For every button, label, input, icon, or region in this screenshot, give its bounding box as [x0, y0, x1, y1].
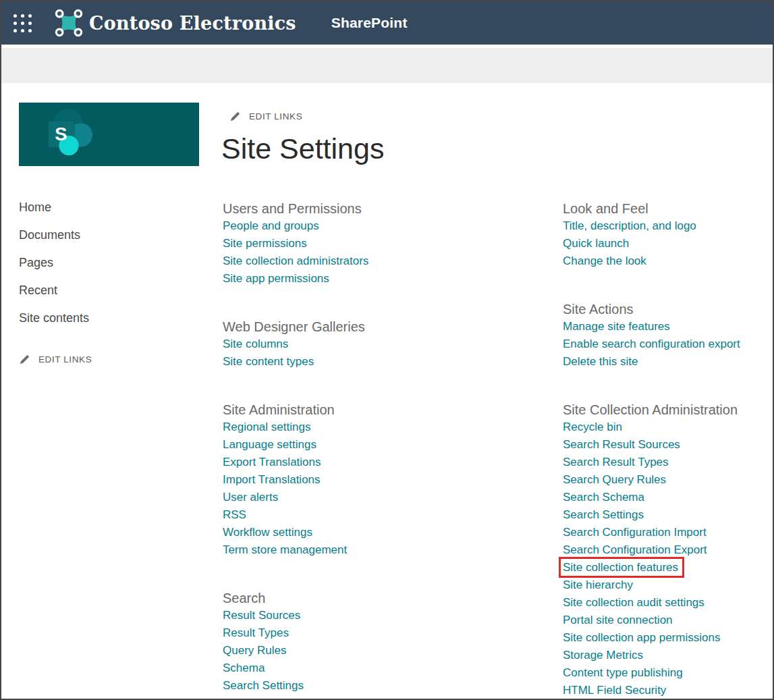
page-edit-links[interactable]: EDIT LINKS	[229, 109, 773, 124]
site-logo[interactable]: S	[19, 103, 199, 166]
settings-link-export-translations[interactable]: Export Translations	[223, 456, 321, 468]
settings-link-site-collection-app-permissions[interactable]: Site collection app permissions	[563, 631, 720, 644]
settings-link-row: Site app permissions	[223, 270, 563, 288]
sidebar-edit-links[interactable]: EDIT LINKS	[19, 346, 223, 373]
settings-link-change-the-look[interactable]: Change the look	[563, 254, 646, 267]
sidebar-item-recent[interactable]: Recent	[19, 277, 223, 304]
settings-link-row: Search Schema	[563, 489, 773, 506]
settings-link-row: Search Query Rules	[563, 471, 773, 489]
settings-link-search-query-rules[interactable]: Search Query Rules	[563, 473, 666, 486]
settings-link-result-types[interactable]: Result Types	[223, 626, 289, 639]
quick-launch-sidebar: S HomeDocumentsPagesRecentSite contents …	[1, 83, 223, 699]
sharepoint-site-icon: S	[43, 108, 96, 161]
settings-link-storage-metrics[interactable]: Storage Metrics	[563, 649, 643, 662]
sidebar-item-pages[interactable]: Pages	[19, 249, 223, 277]
settings-link-row: Search Settings	[563, 506, 773, 524]
settings-link-schema[interactable]: Schema	[223, 662, 265, 674]
settings-link-regional-settings[interactable]: Regional settings	[223, 421, 310, 433]
settings-column-left: Users and PermissionsPeople and groupsSi…	[223, 200, 563, 699]
settings-link-enable-search-configuration-export[interactable]: Enable search configuration export	[563, 338, 740, 350]
contoso-logo[interactable]: Contoso Electronics	[55, 9, 296, 37]
section-links: People and groupsSite permissionsSite co…	[223, 217, 563, 288]
section-links: Recycle binSearch Result SourcesSearch R…	[563, 419, 773, 699]
section-look-and-feel: Look and FeelTitle, description, and log…	[563, 200, 773, 270]
settings-link-search-result-types[interactable]: Search Result Types	[563, 456, 669, 468]
section-heading: Site Actions	[563, 300, 773, 318]
settings-link-site-app-permissions[interactable]: Site app permissions	[223, 272, 329, 285]
settings-link-search-settings[interactable]: Search Settings	[563, 508, 644, 521]
brand-name: Contoso Electronics	[89, 13, 296, 34]
settings-link-row: HTML Field Security	[563, 682, 773, 699]
sidebar-item-site-contents[interactable]: Site contents	[19, 304, 223, 332]
settings-link-title-description-and-logo[interactable]: Title, description, and logo	[563, 219, 696, 232]
settings-link-language-settings[interactable]: Language settings	[223, 438, 316, 451]
settings-link-row: Storage Metrics	[563, 647, 773, 664]
settings-link-site-content-types[interactable]: Site content types	[223, 355, 314, 368]
settings-link-import-translations[interactable]: Import Translations	[223, 473, 321, 486]
settings-link-row: Manage site features	[563, 318, 773, 335]
sidebar-item-home[interactable]: Home	[19, 194, 223, 221]
settings-link-site-hierarchy[interactable]: Site hierarchy	[563, 578, 633, 591]
settings-link-search-settings[interactable]: Search Settings	[223, 679, 304, 692]
settings-link-quick-launch[interactable]: Quick launch	[563, 237, 629, 250]
pencil-icon	[19, 354, 30, 365]
settings-link-search-result-sources[interactable]: Search Result Sources	[563, 438, 680, 451]
settings-link-site-collection-administrators[interactable]: Site collection administrators	[223, 254, 368, 267]
section-users-and-permissions: Users and PermissionsPeople and groupsSi…	[223, 200, 563, 288]
settings-link-row: Site collection administrators	[223, 252, 563, 270]
settings-link-site-columns[interactable]: Site columns	[223, 338, 288, 350]
app-launcher-waffle-icon[interactable]	[13, 14, 32, 32]
section-heading: Web Designer Galleries	[223, 318, 563, 335]
section-heading: Search	[223, 589, 563, 607]
section-links: Regional settingsLanguage settingsExport…	[223, 419, 563, 559]
section-links: Site columnsSite content types	[223, 335, 563, 371]
settings-link-row: Result Sources	[223, 607, 563, 624]
section-search: SearchResult SourcesResult TypesQuery Ru…	[223, 589, 563, 695]
settings-link-row: Workflow settings	[223, 524, 563, 541]
settings-link-row: Site hierarchy	[563, 576, 773, 594]
settings-link-rss[interactable]: RSS	[223, 508, 246, 521]
settings-link-row: Schema	[223, 659, 563, 677]
settings-link-row: User alerts	[223, 489, 563, 506]
settings-link-recycle-bin[interactable]: Recycle bin	[563, 421, 622, 433]
settings-link-site-collection-audit-settings[interactable]: Site collection audit settings	[563, 596, 704, 609]
settings-link-row: Import Translations	[223, 471, 563, 489]
settings-link-search-configuration-export[interactable]: Search Configuration Export	[563, 543, 707, 556]
settings-link-term-store-management[interactable]: Term store management	[223, 543, 347, 556]
section-site-collection-administration: Site Collection AdministrationRecycle bi…	[563, 401, 773, 699]
settings-link-delete-this-site[interactable]: Delete this site	[563, 355, 638, 368]
settings-columns: Users and PermissionsPeople and groupsSi…	[223, 200, 773, 699]
section-links: Manage site featuresEnable search config…	[563, 318, 773, 371]
section-links: Result SourcesResult TypesQuery RulesSch…	[223, 607, 563, 695]
settings-link-manage-site-features[interactable]: Manage site features	[563, 320, 670, 333]
settings-link-row: Content type publishing	[563, 664, 773, 682]
section-heading: Site Administration	[223, 401, 563, 419]
command-bar-band	[1, 48, 773, 83]
settings-link-row: Site permissions	[223, 235, 563, 252]
site-settings-main: EDIT LINKS Site Settings Users and Permi…	[223, 83, 773, 699]
edit-links-label: EDIT LINKS	[38, 354, 92, 365]
settings-link-row: Quick launch	[563, 235, 773, 252]
settings-link-site-collection-features-highlighted[interactable]: Site collection features	[559, 557, 684, 578]
section-links: Title, description, and logoQuick launch…	[563, 217, 773, 270]
settings-link-workflow-settings[interactable]: Workflow settings	[223, 526, 312, 539]
settings-link-html-field-security[interactable]: HTML Field Security	[563, 684, 666, 697]
sharepoint-home-link[interactable]: SharePoint	[331, 15, 408, 31]
sidebar-item-documents[interactable]: Documents	[19, 221, 223, 249]
settings-link-content-type-publishing[interactable]: Content type publishing	[563, 666, 683, 679]
settings-link-search-schema[interactable]: Search Schema	[563, 491, 644, 504]
settings-link-row: Delete this site	[563, 353, 773, 371]
settings-link-result-sources[interactable]: Result Sources	[223, 609, 300, 622]
section-heading: Site Collection Administration	[563, 401, 773, 419]
settings-link-row: Search Configuration Import	[563, 524, 773, 541]
settings-link-site-permissions[interactable]: Site permissions	[223, 237, 307, 250]
settings-link-portal-site-connection[interactable]: Portal site connection	[563, 614, 673, 626]
settings-link-people-and-groups[interactable]: People and groups	[223, 219, 319, 232]
settings-link-row: Term store management	[223, 541, 563, 559]
settings-link-row: Site columns	[223, 335, 563, 353]
settings-link-user-alerts[interactable]: User alerts	[223, 491, 278, 504]
settings-link-row: Result Types	[223, 624, 563, 642]
settings-link-query-rules[interactable]: Query Rules	[223, 644, 286, 657]
settings-link-row: Recycle bin	[563, 419, 773, 436]
settings-link-search-configuration-import[interactable]: Search Configuration Import	[563, 526, 707, 539]
